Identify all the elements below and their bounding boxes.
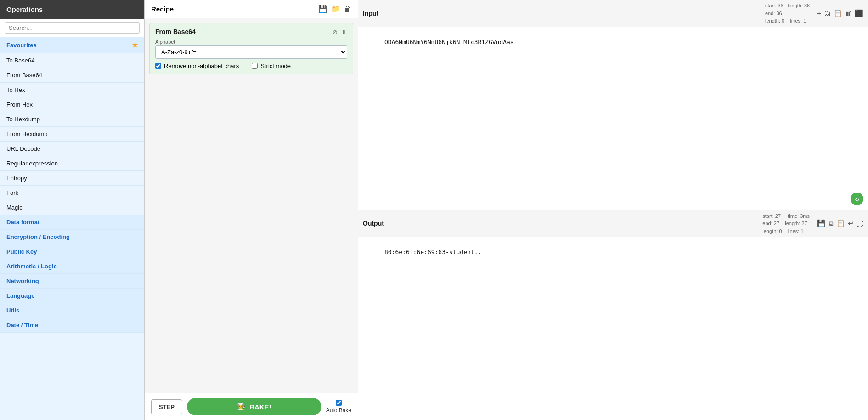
- output-toolbar: 💾 ⧉ 📋 ↩ ⛶: [817, 219, 863, 227]
- category-arithmetic---logic[interactable]: Arithmetic / Logic: [0, 259, 144, 274]
- output-text: 80:6e:6f:6e:69:63-student..: [384, 249, 481, 255]
- input-stats-text: start: 36 length: 36 end: 36 length: 0 l…: [765, 3, 810, 23]
- remove-nonalpha-label[interactable]: Remove non-alphabet chars: [164, 62, 239, 69]
- sidebar-item-magic[interactable]: Magic: [0, 200, 144, 215]
- favourites-label: Favourites: [6, 42, 37, 49]
- strict-mode-row: Strict mode: [252, 62, 291, 69]
- input-header-left: Input: [363, 10, 378, 17]
- step-button[interactable]: STEP: [151, 399, 182, 414]
- open-recipe-icon[interactable]: 📁: [331, 5, 340, 13]
- operations-panel: Operations Favourites★To Base64From Base…: [0, 0, 145, 420]
- output-paste-icon[interactable]: 📋: [836, 219, 845, 227]
- output-save-icon[interactable]: 💾: [817, 219, 826, 227]
- sidebar-item-entropy[interactable]: Entropy: [0, 171, 144, 186]
- options-container: Remove non-alphabet chars Strict mode: [155, 62, 347, 69]
- input-toolbar: + 🗂 📋 🗑 ⬛: [817, 9, 863, 17]
- output-copy-icon[interactable]: ⧉: [829, 219, 834, 227]
- favourites-header[interactable]: Favourites★: [0, 37, 144, 53]
- io-panel: Input start: 36 length: 36 end: 36 lengt…: [358, 0, 868, 420]
- save-recipe-icon[interactable]: 💾: [318, 5, 327, 13]
- input-paste-icon[interactable]: 📋: [834, 9, 842, 17]
- output-section: Output start: 27 time: 3ms end: 27 lengt…: [358, 210, 868, 420]
- sidebar-item-from-hexdump[interactable]: From Hexdump: [0, 127, 144, 142]
- category-data-format[interactable]: Data format: [0, 215, 144, 230]
- alphabet-select[interactable]: A-Za-z0-9+/=A-Za-z0-9-_=A-Za-z0-9+/: [155, 45, 347, 59]
- sidebar-item-to-hexdump[interactable]: To Hexdump: [0, 112, 144, 127]
- output-undo-icon[interactable]: ↩: [848, 219, 854, 227]
- search-container: [0, 19, 144, 37]
- recipe-body: From Base64 ⊘ ⏸ Alphabet A-Za-z0-9+/=A-Z…: [145, 18, 358, 393]
- category-encryption---encoding[interactable]: Encryption / Encoding: [0, 230, 144, 244]
- category-language[interactable]: Language: [0, 289, 144, 303]
- input-clear-icon[interactable]: 🗑: [845, 9, 852, 17]
- bake-label: BAKE!: [249, 403, 271, 411]
- search-input[interactable]: [5, 22, 140, 34]
- operation-card: From Base64 ⊘ ⏸ Alphabet A-Za-z0-9+/=A-Z…: [149, 23, 353, 74]
- sidebar-item-from-hex[interactable]: From Hex: [0, 97, 144, 112]
- sidebar-list: Favourites★To Base64From Base64To HexFro…: [0, 37, 144, 333]
- category-public-key[interactable]: Public Key: [0, 244, 144, 259]
- input-section: Input start: 36 length: 36 end: 36 lengt…: [358, 0, 868, 210]
- input-open-icon[interactable]: 🗂: [824, 9, 831, 17]
- recipe-header: Recipe 💾 📁 🗑: [145, 0, 358, 18]
- input-view-icon[interactable]: ⬛: [855, 9, 863, 17]
- output-header-left: Output: [363, 220, 384, 227]
- favourites-star-icon[interactable]: ★: [132, 41, 138, 49]
- input-add-icon[interactable]: +: [817, 9, 821, 17]
- delete-recipe-icon[interactable]: 🗑: [344, 5, 351, 13]
- remove-nonalpha-row: Remove non-alphabet chars: [155, 62, 239, 69]
- category-date---time[interactable]: Date / Time: [0, 318, 144, 333]
- sidebar-item-to-base--[interactable]: To Base64: [0, 53, 144, 68]
- output-stats: start: 27 time: 3ms end: 27 length: 27 l…: [762, 212, 810, 235]
- alphabet-label: Alphabet: [155, 39, 347, 45]
- output-stats-text: start: 27 time: 3ms end: 27 length: 27 l…: [762, 213, 810, 234]
- operations-title: Operations: [0, 0, 144, 19]
- input-text: ODA6NmU6NmY6NmU6Njk6NjMtc3R1ZGVudAaa: [384, 39, 514, 45]
- category-networking[interactable]: Networking: [0, 274, 144, 289]
- recipe-toolbar: 💾 📁 🗑: [318, 5, 351, 13]
- input-header: Input start: 36 length: 36 end: 36 lengt…: [358, 0, 868, 27]
- strict-mode-checkbox[interactable]: [252, 63, 258, 69]
- input-content[interactable]: ODA6NmU6NmY6NmU6Njk6NjMtc3R1ZGVudAaa ↻: [358, 27, 868, 210]
- auto-bake-container: Auto Bake: [326, 400, 351, 414]
- input-header-right: start: 36 length: 36 end: 36 length: 0 l…: [765, 2, 863, 25]
- category-utils[interactable]: Utils: [0, 303, 144, 318]
- disable-operation-icon[interactable]: ⊘: [333, 28, 338, 35]
- bake-bar: STEP 👨‍🍳 BAKE! Auto Bake: [145, 393, 358, 420]
- output-content: 80:6e:6f:6e:69:63-student..: [358, 237, 868, 420]
- refresh-icon[interactable]: ↻: [851, 193, 863, 205]
- sidebar-item-to-hex[interactable]: To Hex: [0, 83, 144, 97]
- operation-title: From Base64: [155, 28, 196, 35]
- sidebar-item-fork[interactable]: Fork: [0, 186, 144, 200]
- operation-card-header: From Base64 ⊘ ⏸: [155, 28, 347, 35]
- output-expand-icon[interactable]: ⛶: [857, 220, 863, 227]
- output-title: Output: [363, 220, 384, 227]
- bake-icon: 👨‍🍳: [237, 403, 246, 411]
- sidebar-item-regular-expression[interactable]: Regular expression: [0, 156, 144, 171]
- input-title: Input: [363, 10, 378, 17]
- input-stats: start: 36 length: 36 end: 36 length: 0 l…: [765, 2, 810, 25]
- output-header: Output start: 27 time: 3ms end: 27 lengt…: [358, 210, 868, 238]
- auto-bake-checkbox[interactable]: [336, 400, 342, 406]
- bake-button[interactable]: 👨‍🍳 BAKE!: [187, 398, 321, 415]
- auto-bake-label: Auto Bake: [326, 407, 351, 414]
- strict-mode-label[interactable]: Strict mode: [260, 62, 291, 69]
- recipe-title: Recipe: [151, 5, 174, 13]
- operation-card-controls: ⊘ ⏸: [333, 28, 347, 35]
- remove-nonalpha-checkbox[interactable]: [155, 63, 161, 69]
- recipe-panel: Recipe 💾 📁 🗑 From Base64 ⊘ ⏸ Alphabet A-…: [145, 0, 358, 420]
- output-header-right: start: 27 time: 3ms end: 27 length: 27 l…: [762, 212, 863, 235]
- pause-operation-icon[interactable]: ⏸: [341, 28, 347, 35]
- sidebar-item-url-decode[interactable]: URL Decode: [0, 142, 144, 156]
- sidebar-item-from-base--[interactable]: From Base64: [0, 68, 144, 83]
